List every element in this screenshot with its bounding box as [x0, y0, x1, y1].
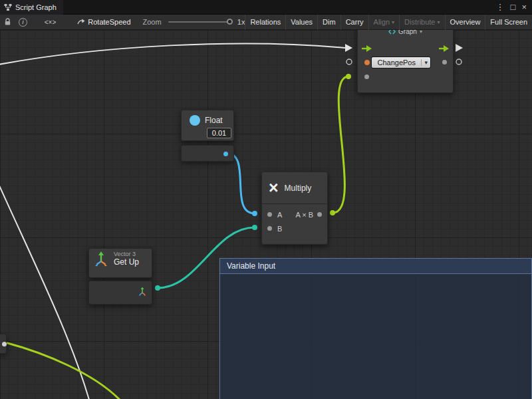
float-value-input[interactable]: [207, 128, 231, 138]
float-node-ports[interactable]: [181, 145, 234, 162]
multiply-input-b-port[interactable]: [267, 226, 272, 231]
wire-end-teal[interactable]: [252, 225, 257, 230]
zoom-slider[interactable]: [168, 21, 231, 23]
fullscreen-button[interactable]: Full Screen: [485, 15, 532, 30]
chevron-down-icon: ▾: [420, 30, 422, 35]
overview-button[interactable]: Overview: [445, 15, 485, 30]
multiply-input-a-port[interactable]: [267, 212, 272, 217]
values-button[interactable]: Values: [285, 15, 317, 30]
multiply-input-b-label: B: [277, 225, 282, 233]
stub-port[interactable]: [2, 342, 7, 346]
changepos-value: ChangePos: [372, 59, 421, 66]
carry-button[interactable]: Carry: [340, 15, 368, 30]
wire-start-teal[interactable]: [155, 285, 160, 291]
multiply-output-port[interactable]: [317, 212, 322, 217]
script-graph-icon: [4, 3, 12, 11]
vector3-node-ports[interactable]: [88, 281, 152, 305]
chevron-down-icon: ▾: [421, 59, 430, 66]
variable-input-title: Variable Input: [227, 261, 275, 271]
unconnected-port-right[interactable]: [456, 59, 462, 65]
wire-end-blue[interactable]: [252, 211, 257, 216]
green-wire-bottom[interactable]: [5, 342, 120, 399]
control-input-port[interactable]: [362, 45, 372, 53]
lock-icon[interactable]: [4, 18, 11, 26]
graph-node-title: Graph: [398, 30, 417, 35]
multiply-output-label: A × B: [295, 211, 313, 219]
maximize-icon[interactable]: □: [511, 0, 516, 15]
wire-arrow-in: [345, 44, 352, 52]
graph-node-icon: [388, 30, 396, 35]
edge-node-stub[interactable]: [0, 334, 7, 354]
script-graph-window: Script Graph ⋮ □ × i <×> RotateSpeed Zoo…: [0, 0, 532, 399]
multiply-input-a-label: A: [277, 211, 282, 219]
align-button[interactable]: Align▾: [368, 15, 399, 30]
wire-start-green[interactable]: [330, 210, 335, 215]
vector3-node[interactable]: Vector 3 Get Up: [88, 248, 152, 278]
multiply-node[interactable]: × Multiply A A × B B: [261, 172, 328, 245]
background-wire[interactable]: [0, 184, 89, 399]
relations-button[interactable]: Relations: [245, 15, 285, 30]
zoom-label: Zoom: [143, 18, 162, 26]
float-type-icon: [190, 115, 200, 126]
graph-breadcrumb[interactable]: RotateSpeed: [77, 18, 130, 26]
graph-asset-icon: [77, 18, 85, 26]
info-icon[interactable]: i: [19, 18, 27, 27]
multiply-row-a: A A × B: [262, 207, 327, 221]
chevron-down-icon: ▾: [392, 19, 394, 25]
vector3-output-port[interactable]: [138, 287, 147, 296]
title-bar: Script Graph ⋮ □ ×: [0, 0, 532, 15]
tab-title: Script Graph: [15, 3, 57, 11]
close-icon[interactable]: ×: [521, 0, 527, 15]
code-preview-icon[interactable]: <×>: [45, 19, 57, 26]
zoom-slider-knob[interactable]: [227, 19, 233, 25]
unconnected-port-left[interactable]: [346, 59, 352, 65]
vector3-node-title: Get Up: [114, 258, 139, 267]
float-output-port[interactable]: [223, 152, 228, 156]
graph-event-node[interactable]: Graph ▾ ChangePos ▾: [357, 30, 454, 93]
control-output-port[interactable]: [439, 45, 450, 53]
multiply-row-b: B: [262, 221, 327, 235]
vector3-icon: [93, 251, 109, 267]
wire-arrow-out: [456, 44, 463, 52]
float-to-multiply-wire[interactable]: [226, 153, 255, 213]
dim-button[interactable]: Dim: [317, 15, 340, 30]
float-node-title: Float: [205, 116, 223, 125]
graph-right-port[interactable]: [442, 60, 447, 65]
variable-input-header[interactable]: Variable Input: [220, 259, 531, 274]
graph-orange-port[interactable]: [364, 60, 370, 65]
graph-toolbar: i <×> RotateSpeed Zoom 1x Relations Valu…: [0, 15, 532, 30]
multiply-node-title: Multiply: [285, 184, 312, 193]
graph-value-port[interactable]: [364, 74, 369, 79]
window-controls: ⋮ □ ×: [496, 0, 532, 15]
toolbar-buttons: Relations Values Dim Carry Align▾ Distri…: [245, 15, 532, 30]
changepos-dropdown[interactable]: ChangePos ▾: [371, 57, 431, 68]
chevron-down-icon: ▾: [438, 19, 440, 25]
more-menu-icon[interactable]: ⋮: [496, 0, 505, 15]
multiply-to-graph-wire[interactable]: [332, 76, 348, 213]
multiply-icon: ×: [269, 180, 279, 196]
control-wire-in[interactable]: [0, 43, 345, 65]
float-node[interactable]: Float: [181, 110, 234, 141]
zoom-value: 1x: [237, 18, 245, 26]
distribute-button[interactable]: Distribute▾: [399, 15, 444, 30]
wire-end-green[interactable]: [346, 74, 351, 79]
tab-script-graph[interactable]: Script Graph: [0, 0, 63, 15]
graph-name-label: RotateSpeed: [88, 18, 130, 26]
graph-canvas[interactable]: Variable Input: [0, 30, 532, 399]
variable-input-group[interactable]: Variable Input: [219, 258, 532, 399]
